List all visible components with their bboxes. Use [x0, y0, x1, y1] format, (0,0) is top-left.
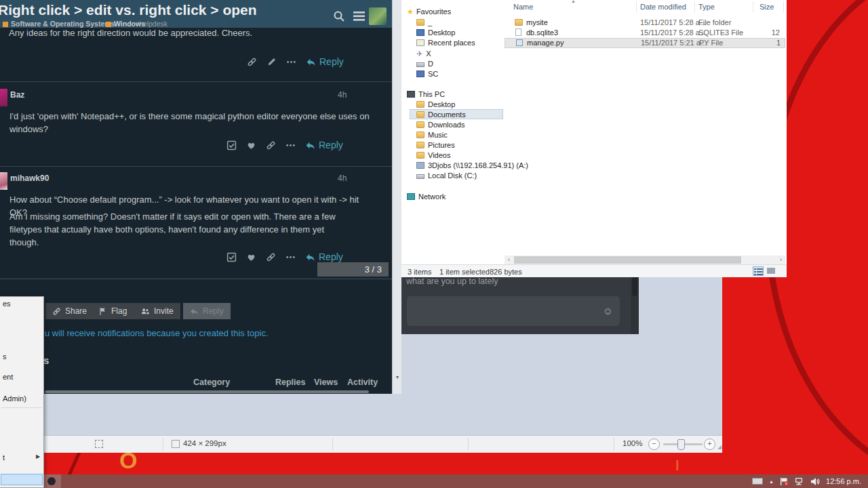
forum-window: Right click > edit vs. right click > ope…: [0, 0, 401, 394]
post-actions: Reply: [226, 140, 343, 150]
zoom-slider-thumb[interactable]: [677, 439, 685, 450]
sidebar-item-favourites[interactable]: ★Favourites: [407, 7, 451, 17]
network-drive-icon: [416, 162, 425, 169]
file-icon: [515, 28, 521, 36]
menu-item[interactable]: es: [3, 300, 11, 308]
sidebar-item-pictures[interactable]: Pictures: [416, 141, 455, 150]
resize-grip-icon: ◢: [717, 444, 722, 450]
folder-icon: [515, 19, 523, 26]
emoji-button[interactable]: ☺: [603, 305, 613, 317]
reply-button[interactable]: Reply: [305, 251, 343, 262]
touch-keyboard-icon[interactable]: [752, 478, 763, 485]
taskbar-app-button[interactable]: [42, 474, 61, 488]
post-text: I'd just 'open with' Notepad++, or is th…: [9, 110, 376, 136]
link-icon[interactable]: [266, 252, 276, 262]
reply-button[interactable]: Reply: [305, 140, 343, 150]
hamburger-menu-icon[interactable]: [353, 12, 365, 21]
chat-scrollbar-thumb[interactable]: [632, 276, 637, 296]
user-avatar[interactable]: [369, 7, 387, 25]
topic-title[interactable]: Right click > edit vs. right click > ope…: [0, 2, 257, 18]
scroll-down-arrow[interactable]: ▼: [393, 372, 401, 382]
invite-button[interactable]: Invite: [134, 303, 180, 319]
like-heart-icon[interactable]: [246, 252, 256, 262]
taskbar-clock[interactable]: 12:56 p.m.: [826, 477, 861, 485]
sidebar-item-3djobs[interactable]: 3Djobs (\\192.168.254.91) (A:): [416, 161, 528, 171]
sidebar-item-recent-places[interactable]: Recent places: [416, 39, 475, 48]
avatar[interactable]: [0, 172, 7, 190]
post-timestamp: 4h: [338, 174, 347, 183]
items-count: 3 items: [408, 268, 431, 276]
browser-scrollbar[interactable]: ▼: [392, 0, 401, 394]
sidebar-item-d[interactable]: D: [416, 60, 433, 69]
scroll-right-arrow[interactable]: ›: [776, 256, 785, 264]
chat-scrollbar[interactable]: [631, 274, 639, 334]
solution-check-icon[interactable]: [226, 252, 237, 262]
show-hidden-icons-arrow[interactable]: ▲: [769, 479, 774, 484]
menu-item[interactable]: Admin): [3, 394, 26, 403]
file-row-manage-py[interactable]: manage.py 15/11/2017 5:21 a... PY File 1: [505, 38, 785, 48]
more-actions-icon[interactable]: [285, 252, 296, 262]
file-explorer-window: ★Favourites _ Desktop Recent places ✈X D…: [401, 0, 787, 277]
post-author[interactable]: Baz: [10, 90, 24, 100]
sidebar-item-this-pc[interactable]: This PC: [407, 90, 445, 100]
sidebar-item-desktop[interactable]: Desktop: [416, 28, 455, 38]
sidebar-item-music[interactable]: Music: [416, 131, 448, 140]
post-author[interactable]: mihawk90: [10, 174, 49, 183]
selection-size-icon: [172, 440, 180, 448]
menu-item-highlighted[interactable]: [1, 474, 43, 485]
column-header-date[interactable]: Date modified: [640, 3, 686, 11]
file-row-mysite[interactable]: mysite 15/11/2017 5:28 a... File folder: [505, 18, 785, 28]
scroll-left-arrow[interactable]: ‹: [505, 256, 513, 264]
post-timestamp: 4h: [338, 90, 347, 100]
horizontal-scrollbar-thumb[interactable]: [45, 390, 369, 393]
column-header-size[interactable]: Size: [760, 3, 774, 11]
topic-progress-indicator[interactable]: 3 / 3: [317, 262, 389, 277]
network-icon: [407, 193, 415, 200]
column-header-type[interactable]: Type: [698, 3, 715, 11]
sidebar-item-local-disk[interactable]: Local Disk (C:): [416, 171, 477, 181]
sidebar-item-sc[interactable]: SC: [416, 70, 438, 79]
system-tray: ▲ 12:56 p.m.: [752, 474, 861, 488]
search-icon[interactable]: [333, 10, 345, 22]
reply-button[interactable]: Reply: [306, 56, 344, 67]
menu-item-submenu[interactable]: t: [3, 453, 5, 462]
zoom-in-button[interactable]: +: [704, 439, 715, 450]
sidebar-item-network[interactable]: Network: [407, 192, 446, 202]
hscrollbar-thumb[interactable]: [514, 256, 741, 264]
flag-button[interactable]: Flag: [92, 303, 134, 319]
action-center-flag-icon[interactable]: [780, 477, 789, 486]
chat-input[interactable]: ☺: [407, 296, 620, 326]
file-row-db-sqlite3[interactable]: db.sqlite3 15/11/2017 5:28 a... SQLITE3 …: [505, 28, 785, 38]
sidebar-item-x[interactable]: ✈X: [416, 49, 431, 59]
link-icon[interactable]: [266, 140, 276, 150]
volume-icon[interactable]: [810, 477, 820, 486]
sidebar-item-documents[interactable]: Documents: [416, 110, 466, 120]
avatar[interactable]: [0, 89, 7, 106]
sidebar-item-pc-desktop[interactable]: Desktop: [416, 100, 455, 110]
link-icon[interactable]: [247, 57, 257, 67]
menu-item[interactable]: s: [3, 352, 7, 361]
menu-item[interactable]: ent: [3, 373, 13, 381]
sidebar-item-underscore[interactable]: _: [416, 18, 432, 28]
reply-topic-button[interactable]: Reply: [183, 303, 231, 319]
zoom-out-button[interactable]: −: [648, 439, 660, 450]
solution-check-icon[interactable]: [226, 140, 237, 150]
more-actions-icon[interactable]: [285, 140, 296, 150]
large-icons-view-button[interactable]: [766, 266, 776, 276]
sidebar-item-downloads[interactable]: Downloads: [416, 121, 465, 130]
share-button[interactable]: Share: [45, 303, 94, 319]
folder-icon: [416, 111, 425, 118]
sort-ascending-icon: ▲: [571, 0, 576, 3]
more-actions-icon[interactable]: [286, 57, 296, 67]
details-view-button[interactable]: [753, 266, 764, 276]
subcategory-color-square: [106, 22, 111, 27]
sidebar-item-videos[interactable]: Videos: [416, 151, 450, 161]
explorer-hscrollbar[interactable]: ‹ ›: [505, 256, 785, 264]
edit-pencil-icon[interactable]: [267, 57, 277, 67]
network-status-icon[interactable]: [795, 477, 804, 485]
column-header-name[interactable]: Name: [513, 3, 533, 11]
post-text: Any ideas for the right direction would …: [9, 27, 361, 40]
monitor-icon: [416, 29, 425, 36]
app-icon: [47, 477, 56, 485]
like-heart-icon[interactable]: [246, 140, 256, 150]
